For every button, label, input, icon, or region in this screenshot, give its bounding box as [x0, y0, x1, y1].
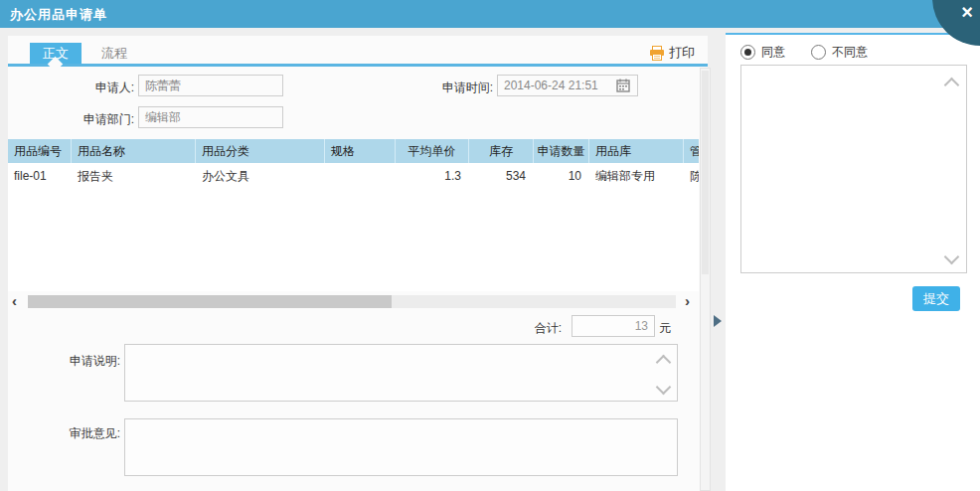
agree-radio[interactable] — [740, 45, 755, 60]
col-header-store: 用品库 — [589, 139, 684, 163]
submit-button[interactable]: 提交 — [912, 286, 960, 311]
table-row[interactable]: file-01 报告夹 办公文具 1.3 534 10 编辑部专用 陈蕾蕾 — [8, 163, 699, 190]
request-note-label: 申请说明: — [46, 353, 120, 370]
cell-stock: 534 — [469, 163, 534, 190]
cell-category: 办公文具 — [196, 163, 325, 190]
apply-time-label: 申请时间: — [417, 80, 493, 96]
cell-spec — [325, 163, 396, 190]
close-icon[interactable]: × — [954, 1, 980, 24]
total-label: 合计: — [477, 320, 562, 337]
scrollbar-track[interactable] — [28, 295, 676, 308]
printer-icon — [649, 46, 665, 61]
total-unit-label: 元 — [659, 320, 679, 337]
calendar-icon[interactable] — [616, 79, 630, 92]
request-note-textarea[interactable] — [124, 344, 678, 402]
horizontal-scrollbar[interactable]: ‹ › — [8, 294, 699, 309]
disagree-label: 不同意 — [832, 44, 868, 61]
dialog-title: 办公用品申请单 — [10, 6, 107, 24]
approval-comment-textarea[interactable] — [740, 65, 967, 273]
cell-avg-price: 1.3 — [396, 163, 469, 190]
cell-admin: 陈蕾蕾 — [684, 163, 699, 190]
panel-expand-icon[interactable] — [714, 315, 722, 327]
agree-label: 同意 — [761, 44, 785, 61]
dialog-titlebar — [0, 0, 980, 28]
col-header-category: 用品分类 — [196, 139, 325, 163]
col-header-admin: 管理员 — [684, 139, 699, 163]
print-button[interactable]: 打印 — [649, 43, 695, 63]
department-input[interactable]: 编辑部 — [138, 106, 283, 128]
scroll-right-icon[interactable]: › — [685, 292, 690, 310]
col-header-avg-price: 平均单价 — [396, 139, 469, 163]
col-header-item-code: 用品编号 — [8, 139, 72, 163]
cell-store: 编辑部专用 — [589, 163, 684, 190]
scrollbar-thumb[interactable] — [28, 295, 392, 308]
tab-flow[interactable]: 流程 — [94, 43, 134, 65]
approval-note-label: 审批意见: — [46, 425, 120, 442]
total-input[interactable]: 13 — [572, 315, 655, 337]
vertical-scrollbar-thumb[interactable] — [702, 71, 709, 274]
department-label: 申请部门: — [60, 111, 134, 128]
scroll-left-icon[interactable]: ‹ — [12, 292, 17, 310]
cell-item-code: file-01 — [8, 163, 72, 190]
col-header-qty: 申请数量 — [534, 139, 589, 163]
approval-options: 同意 不同意 — [740, 44, 868, 61]
cell-item-name: 报告夹 — [72, 163, 196, 190]
items-table: 用品编号 用品名称 用品分类 规格 平均单价 库存 申请数量 用品库 管理员 f… — [8, 139, 699, 291]
print-label: 打印 — [669, 44, 695, 62]
disagree-radio[interactable] — [811, 45, 826, 60]
vertical-scrollbar[interactable] — [700, 68, 711, 491]
tab-underline — [8, 64, 708, 67]
cell-qty: 10 — [534, 163, 589, 190]
applicant-input[interactable]: 陈蕾蕾 — [138, 75, 283, 96]
approval-note-textarea[interactable] — [124, 418, 678, 476]
applicant-label: 申请人: — [60, 80, 134, 96]
col-header-spec: 规格 — [325, 139, 396, 163]
col-header-item-name: 用品名称 — [72, 139, 196, 163]
col-header-stock: 库存 — [469, 139, 534, 163]
office-supply-request-dialog: 办公用品申请单 × 正文 流程 打印 申请人: 陈蕾蕾 申请时间: 2014-0… — [0, 0, 980, 491]
approval-panel: 同意 不同意 提交 — [726, 33, 980, 491]
table-header-row: 用品编号 用品名称 用品分类 规格 平均单价 库存 申请数量 用品库 管理员 — [8, 139, 699, 163]
